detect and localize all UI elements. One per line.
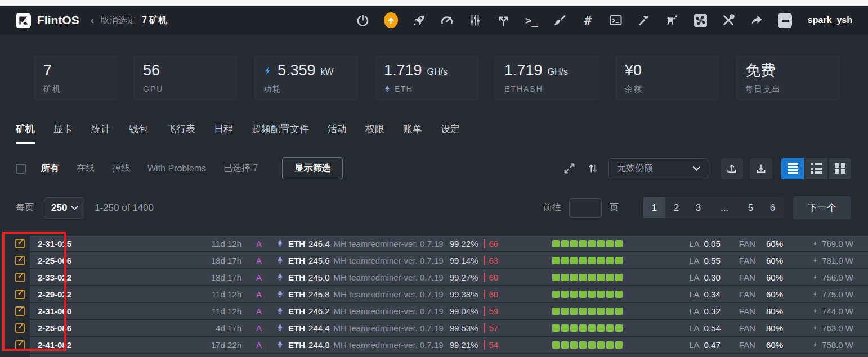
gpu-status-square[interactable] xyxy=(579,341,587,349)
gpu-status-square[interactable] xyxy=(597,341,605,349)
rocket-icon[interactable] xyxy=(412,13,426,28)
view-detailed-button[interactable] xyxy=(805,158,827,179)
gpu-status-square[interactable] xyxy=(606,257,614,264)
worker-row[interactable]: ✓ 2-29-022 11d 12h A ETH 245.8 MH teamre… xyxy=(0,286,868,302)
gpu-status-square[interactable] xyxy=(561,341,569,349)
watchdog-icon[interactable] xyxy=(665,13,679,28)
share-icon[interactable] xyxy=(750,13,764,28)
import-download-button[interactable] xyxy=(750,158,772,179)
gpu-status-square[interactable] xyxy=(588,257,596,264)
gpu-status-square[interactable] xyxy=(597,274,605,281)
tab-access[interactable]: 权限 xyxy=(365,123,384,144)
gpu-status-square[interactable] xyxy=(570,308,578,315)
gpu-status-square[interactable] xyxy=(606,324,614,332)
tab-billing[interactable]: 账单 xyxy=(403,123,422,144)
page-button-1[interactable]: 1 xyxy=(643,197,665,218)
row-checkbox-checked[interactable]: ✓ xyxy=(15,239,25,248)
gpu-status-square[interactable] xyxy=(588,274,596,281)
gpu-status-square[interactable] xyxy=(570,257,578,264)
gpu-status-square[interactable] xyxy=(561,240,569,247)
worker-name[interactable]: 2-25-006 xyxy=(38,256,204,265)
sort-icon[interactable] xyxy=(584,159,601,178)
page-button-5[interactable]: 5 xyxy=(740,197,762,218)
page-button-3[interactable]: 3 xyxy=(687,197,709,218)
view-list-button[interactable] xyxy=(781,158,804,179)
username[interactable]: spark_ysh xyxy=(808,15,852,25)
tab-gpus[interactable]: 显卡 xyxy=(53,123,73,144)
goto-page-input[interactable] xyxy=(569,198,602,218)
tab-schedules[interactable]: 日程 xyxy=(214,123,233,144)
gpu-status-square[interactable] xyxy=(570,274,578,281)
gpu-status-square[interactable] xyxy=(606,240,614,247)
select-all-checkbox[interactable] xyxy=(16,164,26,174)
worker-name[interactable]: 2-31-060 xyxy=(38,306,204,316)
flintos-logo[interactable] xyxy=(16,13,31,28)
next-page-button[interactable]: 下一个 xyxy=(793,196,851,219)
fan-icon[interactable] xyxy=(693,13,708,28)
power-icon[interactable] xyxy=(356,13,370,28)
gpu-status-square[interactable] xyxy=(606,291,614,298)
per-page-select[interactable]: 250 xyxy=(44,197,84,219)
filter-all[interactable]: 所有 xyxy=(41,162,59,174)
sort-by-dropdown[interactable]: 无效份额 xyxy=(608,158,708,179)
expand-icon[interactable] xyxy=(561,159,578,178)
tab-stats[interactable]: 统计 xyxy=(91,123,110,144)
tab-activity[interactable]: 活动 xyxy=(328,123,347,144)
gpu-status-square[interactable] xyxy=(561,274,569,281)
gpu-status-square[interactable] xyxy=(615,274,623,281)
gpu-status-square[interactable] xyxy=(597,308,605,315)
worker-name[interactable]: 2-33-022 xyxy=(38,273,204,282)
gpu-status-square[interactable] xyxy=(597,240,605,247)
filter-selected[interactable]: 已选择 7 xyxy=(223,162,258,174)
tab-wallets[interactable]: 钱包 xyxy=(129,123,148,144)
gpu-status-square[interactable] xyxy=(561,308,569,315)
row-checkbox-checked[interactable]: ✓ xyxy=(15,256,25,265)
gpu-status-square[interactable] xyxy=(579,308,587,315)
gpu-status-square[interactable] xyxy=(579,257,587,264)
upgrade-icon[interactable] xyxy=(384,13,398,28)
worker-name[interactable]: 2-31-015 xyxy=(38,239,204,248)
worker-row[interactable]: ✓ 2-31-015 11d 12h A ETH 246.4 MH teamre… xyxy=(0,236,868,251)
worker-row[interactable]: ✓ 2-41-082 17d 22h A ETH 244.8 MH teamre… xyxy=(0,337,868,353)
gpu-status-square[interactable] xyxy=(570,240,578,247)
tab-oc-profiles[interactable]: 超频配置文件 xyxy=(252,123,309,144)
gpu-status-square[interactable] xyxy=(579,291,587,298)
deselect-link[interactable]: 取消选定 xyxy=(100,15,136,26)
tools-icon[interactable] xyxy=(722,13,736,28)
export-upload-button[interactable] xyxy=(721,158,743,179)
gpu-status-square[interactable] xyxy=(552,324,560,332)
tab-flightsheets[interactable]: 飞行表 xyxy=(167,123,195,144)
row-checkbox-checked[interactable]: ✓ xyxy=(15,323,25,333)
broom-icon[interactable] xyxy=(553,13,567,28)
gpu-status-square[interactable] xyxy=(615,341,623,349)
worker-row[interactable]: ✓ 2-29-020 6d 09h A ETH 245.8 MH teamred… xyxy=(0,354,868,357)
gpu-status-square[interactable] xyxy=(606,341,614,349)
gpu-status-square[interactable] xyxy=(588,291,596,298)
page-button-ellipsis[interactable]: ... xyxy=(709,197,740,218)
gpu-status-square[interactable] xyxy=(561,291,569,298)
terminal-prompt-icon[interactable]: >_ xyxy=(525,13,539,28)
row-checkbox-checked[interactable]: ✓ xyxy=(15,273,25,282)
page-button-2[interactable]: 2 xyxy=(665,197,687,218)
worker-name[interactable]: 2-25-086 xyxy=(38,323,204,333)
gpu-status-square[interactable] xyxy=(606,308,614,315)
gpu-status-square[interactable] xyxy=(615,308,623,315)
gpu-status-square[interactable] xyxy=(597,257,605,264)
gpu-status-square[interactable] xyxy=(615,257,623,264)
minus-box-icon[interactable] xyxy=(778,13,792,28)
gpu-status-square[interactable] xyxy=(579,240,587,247)
gpu-status-square[interactable] xyxy=(579,324,587,332)
brand-name[interactable]: FlintOS xyxy=(37,13,79,27)
gpu-status-square[interactable] xyxy=(552,274,560,281)
filter-with-problems[interactable]: With Problems xyxy=(147,164,206,174)
gpu-status-square[interactable] xyxy=(588,240,596,247)
gpu-status-square[interactable] xyxy=(570,291,578,298)
gpu-status-square[interactable] xyxy=(597,291,605,298)
row-checkbox-checked[interactable]: ✓ xyxy=(15,306,25,316)
gpu-status-square[interactable] xyxy=(588,341,596,349)
worker-row[interactable]: ✓ 2-31-060 11d 12h A ETH 246.2 MH teamre… xyxy=(0,303,868,319)
filter-offline[interactable]: 掉线 xyxy=(112,162,130,174)
gpu-status-square[interactable] xyxy=(552,291,560,298)
hammer-icon[interactable] xyxy=(637,13,651,28)
filter-online[interactable]: 在线 xyxy=(77,162,95,174)
